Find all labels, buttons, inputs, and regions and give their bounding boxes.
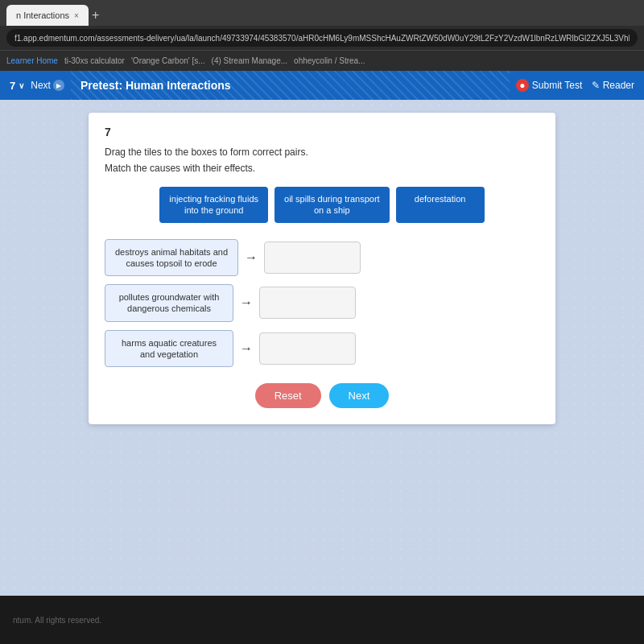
reader-button[interactable]: ✎ Reader: [592, 80, 634, 91]
submit-test-button[interactable]: ● Submit Test: [516, 79, 582, 92]
submit-circle-icon: ●: [516, 79, 529, 92]
effect-box-1: destroys animal habitats and causes tops…: [105, 239, 238, 277]
question-sub-instruction: Match the causes with their effects.: [105, 163, 539, 174]
footer: ntum. All rights reserved.: [0, 596, 644, 644]
tab-close-icon[interactable]: ×: [74, 11, 79, 20]
bookmarks-bar: Learner Home ti-30xs calculator 'Orange …: [0, 50, 644, 71]
next-label: Next: [31, 80, 51, 91]
bookmark-ohheycolin[interactable]: ohheycolin / Strea...: [294, 56, 365, 65]
question-card: 7 Drag the tiles to the boxes to form co…: [89, 113, 555, 424]
bottom-buttons: Reset Next: [105, 383, 539, 408]
submit-test-label: Submit Test: [532, 80, 582, 91]
bookmark-learner-home[interactable]: Learner Home: [6, 56, 58, 65]
tile-oil-spills[interactable]: oil spills during transport on a ship: [275, 187, 390, 223]
drop-box-1[interactable]: [264, 242, 361, 274]
new-tab-button[interactable]: +: [92, 8, 99, 23]
tile-fracking[interactable]: injecting fracking fluids into the groun…: [159, 187, 268, 223]
bookmark-orange-carbon[interactable]: 'Orange Carbon' [s...: [131, 56, 205, 65]
next-button[interactable]: Next: [329, 383, 390, 408]
effect-box-3: harms aquatic creatures and vegetation: [105, 330, 233, 368]
question-number-value: 7: [10, 80, 15, 92]
drop-box-3[interactable]: [259, 332, 356, 365]
main-content: 7 Drag the tiles to the boxes to form co…: [0, 100, 644, 596]
bookmark-stream-manage[interactable]: (4) Stream Manage...: [212, 56, 287, 65]
footer-copyright: ntum. All rights reserved.: [13, 616, 101, 625]
reset-button[interactable]: Reset: [255, 383, 321, 408]
active-tab[interactable]: n Interactions ×: [6, 5, 89, 26]
question-number-display: 7 ∨: [10, 80, 24, 92]
tab-label: n Interactions: [16, 10, 69, 20]
address-bar: [0, 26, 644, 50]
arrow-icon-1: →: [245, 250, 258, 265]
effect-box-2: pollutes groundwater with dangerous chem…: [105, 284, 233, 322]
chevron-down-icon: ∨: [19, 81, 24, 90]
arrow-icon-3: →: [240, 341, 253, 356]
tab-bar: n Interactions × +: [0, 0, 644, 26]
app-toolbar: 7 ∨ Next ▶ Pretest: Human Interactions ●…: [0, 71, 644, 100]
pairs-area: destroys animal habitats and causes tops…: [105, 239, 539, 368]
pair-row-2: pollutes groundwater with dangerous chem…: [105, 284, 539, 322]
next-icon: ▶: [53, 80, 64, 91]
toolbar-title: Pretest: Human Interactions: [71, 71, 510, 100]
drop-box-2[interactable]: [259, 287, 356, 319]
arrow-icon-2: →: [240, 295, 253, 310]
toolbar-right: ● Submit Test ✎ Reader: [516, 79, 634, 92]
tiles-row: injecting fracking fluids into the groun…: [105, 187, 539, 223]
pair-row-3: harms aquatic creatures and vegetation →: [105, 330, 539, 368]
bookmark-calculator[interactable]: ti-30xs calculator: [64, 56, 125, 65]
pair-row-1: destroys animal habitats and causes tops…: [105, 239, 539, 277]
tile-deforestation[interactable]: deforestation: [396, 187, 485, 223]
question-instruction: Drag the tiles to the boxes to form corr…: [105, 147, 539, 158]
next-button-toolbar[interactable]: Next ▶: [31, 80, 64, 91]
address-input[interactable]: [6, 29, 638, 47]
question-number: 7: [105, 126, 539, 138]
